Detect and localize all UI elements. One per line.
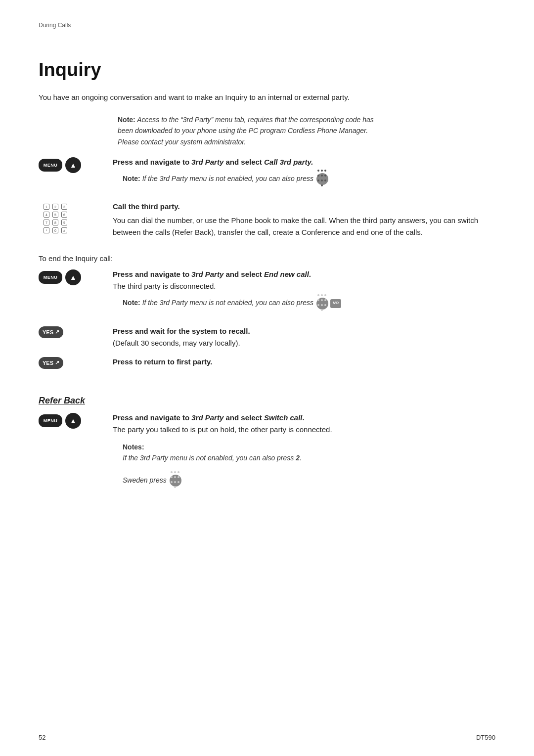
intro-text: You have an ongoing conversation and wan… (39, 91, 385, 103)
yes-button-2: YES↗ (39, 357, 63, 369)
step-3-text: Press and navigate to 3rd Party and sele… (113, 268, 495, 292)
note-3-text: If the 3rd Party menu is not enabled, yo… (142, 299, 313, 307)
menu-button-2: MENU (39, 271, 62, 284)
refer-back-notes: Notes: If the 3rd Party menu is not enab… (123, 442, 380, 487)
note-3-label: Note: (123, 299, 140, 307)
refer-back-step-content: Press and navigate to 3rd Party and sele… (113, 412, 495, 495)
step-4-icons: YES↗ (39, 326, 113, 338)
nav-up-button-1: ▲ (65, 157, 81, 173)
page-footer: 52 DT590 (39, 734, 495, 741)
step-2-icons: 1 2 3 4 5 6 7 8 9 * 0 # (39, 202, 113, 233)
inline-phone-icon-2 (170, 475, 181, 487)
step-4-row: YES↗ Press and wait for the system to re… (39, 325, 495, 349)
step-4-text: Press and wait for the system to recall.… (113, 325, 495, 349)
step-1-content: Press and navigate to 3rd Party and sele… (113, 156, 495, 194)
note-1-label: Note: (118, 116, 135, 124)
step-3-icons: MENU ▲ (39, 269, 113, 285)
step-3-row: MENU ▲ Press and navigate to 3rd Party a… (39, 268, 495, 318)
refer-back-note-line2: Sweden press (123, 476, 182, 484)
yes-button-1: YES↗ (39, 326, 63, 338)
note-2: Note: If the 3rd Party menu is not enabl… (123, 173, 380, 185)
step-5-content: Press to return to first party. (113, 356, 495, 368)
refer-back-note-line1: If the 3rd Party menu is not enabled, yo… (123, 454, 302, 462)
nav-up-button-2: ▲ (65, 269, 81, 285)
step-5-row: YES↗ Press to return to first party. (39, 356, 495, 369)
inline-phone-icon-1 (316, 173, 328, 185)
step-5-text: Press to return to first party. (113, 356, 495, 368)
refer-back-title: Refer Back (39, 396, 495, 406)
refer-back-step-row: MENU ▲ Press and navigate to 3rd Party a… (39, 412, 495, 495)
page-number: 52 (39, 734, 45, 741)
no-button-icon: NO (330, 299, 341, 308)
step-1-row: MENU ▲ Press and navigate to 3rd Party a… (39, 156, 495, 194)
note-1: Note: Access to the “3rd Party” menu tab… (118, 114, 375, 147)
note-2-label: Note: (123, 175, 140, 182)
menu-button-1: MENU (39, 159, 62, 172)
nav-up-button-3: ▲ (65, 413, 81, 429)
refer-back-notes-label: Notes: (123, 443, 144, 451)
step-2-text: You can dial the number, or use the Phon… (113, 215, 495, 238)
note-1-text: Access to the “3rd Party” menu tab, requ… (118, 116, 374, 146)
keypad-icon: 1 2 3 4 5 6 7 8 9 * 0 # (44, 204, 68, 233)
menu-button-3: MENU (39, 414, 62, 427)
inline-icons-2: NO (316, 298, 341, 310)
step-1-text: Press and navigate to 3rd Party and sele… (113, 156, 495, 168)
model-name: DT590 (476, 734, 495, 741)
step-2-title: Call the third party. (113, 201, 495, 213)
step-5-icons: YES↗ (39, 357, 113, 369)
page-title: Inquiry (39, 59, 495, 81)
step-4-content: Press and wait for the system to recall.… (113, 325, 495, 349)
breadcrumb: During Calls (39, 22, 71, 29)
step-3-content: Press and navigate to 3rd Party and sele… (113, 268, 495, 318)
refer-back-step-icons: MENU ▲ (39, 413, 113, 429)
refer-back-step-text: Press and navigate to 3rd Party and sele… (113, 412, 495, 436)
to-end-text: To end the Inquiry call: (39, 254, 495, 263)
step-2-content: Call the third party. You can dial the n… (113, 201, 495, 238)
step-2-row: 1 2 3 4 5 6 7 8 9 * 0 # Call the third p… (39, 201, 495, 238)
note-3: Note: If the 3rd Party menu is not enabl… (123, 297, 380, 309)
note-2-text: If the 3rd Party menu is not enabled, yo… (142, 175, 313, 182)
step-1-icons: MENU ▲ (39, 157, 113, 173)
